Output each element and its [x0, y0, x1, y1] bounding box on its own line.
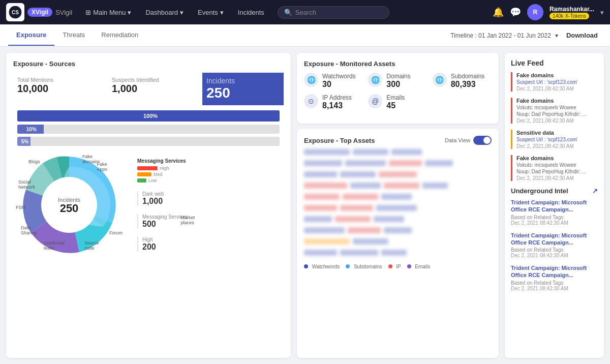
tab-threats[interactable]: Threats — [54, 25, 93, 46]
market-places-label: Marketplaces — [180, 215, 195, 225]
top-assets-header: Exposure - Top Assets Data View — [304, 136, 492, 145]
intel-item-1: Trident Campaign: Microsoft Office RCE C… — [511, 199, 598, 226]
timeline-info: Timeline : 01 Jan 2022 - 01 Jun 2022 ▾ D… — [450, 29, 602, 41]
legend-row: Watchwords Subdomains IP Emails — [304, 262, 492, 270]
search-icon: 🔍 — [284, 9, 292, 16]
dark-web-stat: Dark web 1,000 — [137, 191, 188, 206]
intel-item-3: Trident Campaign: Microsoft Office RCE C… — [511, 264, 598, 291]
left-panel: Exposure - Sources Total Mentions 10,000… — [6, 53, 291, 358]
total-mentions-box: Total Mentions 10,000 — [13, 73, 108, 105]
svigil-label: SVigil — [55, 9, 72, 16]
message-icon[interactable]: 💬 — [510, 7, 521, 18]
sub-header: Exposure Threats Remediation Timeline : … — [0, 24, 610, 47]
events-nav[interactable]: Events ▾ — [193, 7, 229, 18]
assets-grid: 🌐 Watchwords 30 🌐 Domains 300 🌐 — [304, 73, 492, 110]
incidents-nav[interactable]: Incidents — [233, 7, 269, 18]
chevron-down-icon: ▾ — [220, 9, 224, 16]
monitored-assets-title: Exposure - Monitored Assets — [304, 60, 492, 68]
download-button[interactable]: Download — [562, 29, 602, 41]
suspects-box: Suspects Identified 1,000 — [108, 73, 202, 105]
high-stat: High 200 — [137, 237, 188, 252]
header-right: 🔔 💬 R Ramashankar... 140k X-Tokens ▾ — [493, 4, 604, 20]
user-info: Ramashankar... 140k X-Tokens — [550, 6, 594, 19]
chevron-down-icon: ▾ — [128, 9, 131, 16]
middle-panel: Exposure - Monitored Assets 🌐 Watchwords… — [297, 53, 499, 358]
progress-bar-3: 5% — [17, 137, 280, 146]
feed-item-2: Fake domains Vokuts: mcsqueeb Wowee Nuup… — [511, 98, 598, 124]
right-panel: Live Feed Fake domains Suspect Url : 'sc… — [505, 53, 604, 358]
feed-item-4: Fake domains Vokuts: mcsqueeb Wowee Nuup… — [511, 155, 598, 181]
top-assets-title: Exposure - Top Assets — [304, 137, 375, 144]
chevron-down-icon[interactable]: ▾ — [555, 32, 558, 39]
main-menu-nav[interactable]: ⊞ Main Menu ▾ — [80, 7, 136, 18]
app-header: CS XVigil SVigil ⊞ Main Menu ▾ Dashboard… — [0, 0, 610, 24]
avatar: R — [527, 4, 543, 20]
legend-ip: IP — [388, 262, 401, 270]
feed-item-3: Sensitive data Suspect Url : 'scpf123.co… — [511, 130, 598, 149]
grid-icon: ⊞ — [85, 9, 91, 16]
xvigil-badge[interactable]: XVigil — [27, 8, 52, 17]
dashboard-nav[interactable]: Dashboard ▾ — [140, 7, 189, 18]
subdomains-asset: 🌐 Subdomains 80,393 — [433, 73, 492, 89]
ip-icon: ⊙ — [304, 94, 318, 108]
chevron-down-icon: ▾ — [180, 9, 184, 16]
incidents-box: Incidents 250 — [202, 73, 284, 105]
tab-remediation[interactable]: Remediation — [93, 25, 146, 46]
messaging-services-info: Messaging Services High Med — [137, 158, 188, 183]
watchwords-icon: 🌐 — [304, 73, 318, 87]
legend-watchwords: Watchwords — [304, 262, 340, 270]
exposure-sources-title: Exposure - Sources — [13, 60, 284, 68]
logo-area: CS XVigil SVigil — [6, 3, 72, 21]
chart-section: Incidents 250 Blogs SocialNetwork FSM Da… — [13, 149, 284, 261]
main-content: Exposure - Sources Total Mentions 10,000… — [0, 47, 610, 364]
progress-bar-1: 100% — [17, 110, 280, 122]
domains-icon: 🌐 — [368, 73, 382, 87]
underground-intel-section: Underground Intel ↗ — [511, 187, 598, 195]
emails-asset: @ Emails 45 — [368, 94, 427, 110]
progress-bar-2: 10% — [17, 125, 280, 134]
notification-icon[interactable]: 🔔 — [493, 7, 504, 18]
live-feed-title: Live Feed — [511, 59, 598, 67]
user-chevron-icon[interactable]: ▾ — [600, 9, 604, 16]
feed-item-1: Fake domains Suspect Url : 'scpf123.com'… — [511, 72, 598, 92]
donut-chart: Incidents 250 Blogs SocialNetwork FSM Da… — [13, 149, 125, 261]
watchwords-asset: 🌐 Watchwords 30 — [304, 73, 363, 89]
legend-subdomains: Subdomains — [346, 262, 382, 270]
svg-text:250: 250 — [60, 202, 79, 215]
stats-row: Total Mentions 10,000 Suspects Identifie… — [13, 73, 284, 105]
search-input[interactable] — [295, 9, 383, 16]
logo-icon: CS — [6, 3, 24, 21]
data-view-switch[interactable] — [473, 136, 492, 145]
top-assets-card: Exposure - Top Assets Data View — [297, 129, 499, 358]
svg-text:CS: CS — [12, 10, 19, 15]
data-view-toggle: Data View — [445, 136, 492, 145]
email-icon: @ — [368, 94, 382, 108]
domains-asset: 🌐 Domains 300 — [368, 73, 427, 89]
legend-emails: Emails — [407, 262, 431, 270]
tab-exposure[interactable]: Exposure — [8, 25, 54, 46]
domain-rows — [304, 149, 492, 258]
monitored-assets-card: Exposure - Monitored Assets 🌐 Watchwords… — [297, 53, 499, 124]
exposure-sources-card: Exposure - Sources Total Mentions 10,000… — [6, 53, 291, 358]
ip-address-asset: ⊙ IP Address 8,143 — [304, 94, 363, 110]
search-bar[interactable]: 🔍 — [278, 6, 389, 19]
external-link-icon[interactable]: ↗ — [592, 187, 598, 195]
subdomains-icon: 🌐 — [433, 73, 447, 87]
intel-item-2: Trident Campaign: Microsoft Office RCE C… — [511, 232, 598, 259]
